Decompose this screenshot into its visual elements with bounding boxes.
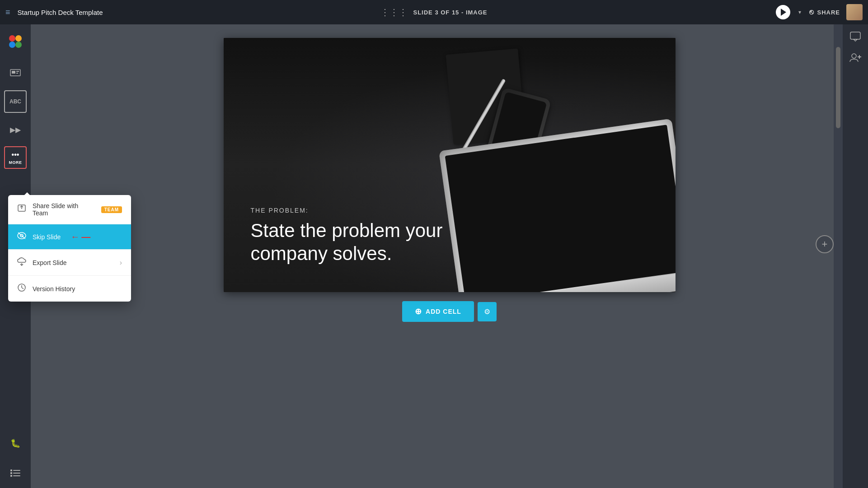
export-chevron-icon: › [120,259,122,267]
sidebar-item-more[interactable]: ••• MORE [4,146,27,169]
svg-marker-36 [854,39,857,41]
red-arrow-dash: — [81,232,90,242]
slide-container: THE PROBLEM: State the problem your comp… [224,38,676,292]
sidebar-item-media[interactable]: ▶▶ [4,118,27,141]
scrollbar-thumb[interactable] [836,47,840,128]
share-slide-icon [17,204,26,215]
svg-point-2 [9,42,15,48]
svg-rect-9 [13,470,20,471]
sidebar-item-text[interactable]: ABC [4,90,27,113]
skip-slide-label: Skip Slide [33,233,61,241]
chat-icon[interactable] [850,32,861,44]
play-dropdown-button[interactable]: ▾ [797,9,803,15]
add-person-icon[interactable] [849,53,861,65]
dropdown-pointer [23,192,32,197]
right-panel [843,24,868,488]
svg-rect-8 [10,469,12,471]
grid-icon[interactable]: ⋮⋮⋮ [380,7,408,18]
add-slide-area: + [816,235,834,253]
dropdown-item-version[interactable]: Version History [8,276,131,302]
dropdown-item-share[interactable]: Share Slide with Team TEAM [8,195,131,224]
dropdown-item-skip[interactable]: Skip Slide ← — [8,224,131,250]
slide-headline: State the problem your company solves. [251,219,477,265]
bug-icon: 🐛 [10,438,20,448]
share-slide-label: Share Slide with Team [33,202,91,217]
add-cell-bar: ⊕ ADD CELL ⚙ [402,301,497,322]
topbar: ≡ Startup Pitch Deck Template ⋮⋮⋮ SLIDE … [0,0,868,24]
more-label: MORE [9,160,22,165]
slide-info: SLIDE 3 OF 15 - IMAGE [413,9,487,16]
svg-rect-35 [850,32,860,39]
add-slide-plus-icon: + [822,238,828,250]
svg-line-48 [22,288,23,289]
svg-rect-10 [10,472,12,474]
svg-rect-13 [13,475,20,476]
skip-icon [17,232,26,242]
red-arrow-left: ← [70,232,80,242]
topbar-center: ⋮⋮⋮ SLIDE 3 OF 15 - IMAGE [380,7,487,18]
avatar-image [846,4,863,20]
scrollbar-area [834,24,843,488]
share-icon: ⎋ [809,8,814,16]
version-history-label: Version History [33,285,75,293]
abc-label: ABC [9,98,21,105]
sidebar-item-slides[interactable] [4,62,27,85]
export-slide-label: Export Slide [33,259,66,266]
dropdown-item-export[interactable]: Export Slide › [8,250,131,276]
list-icon [10,469,20,477]
dropdown-menu: Share Slide with Team TEAM Skip Slide ← … [8,195,131,302]
menu-icon[interactable]: ≡ [5,8,10,17]
play-arrow-icon [781,9,786,16]
settings-icon: ⚙ [484,308,490,316]
add-cell-button[interactable]: ⊕ ADD CELL [402,301,474,322]
add-cell-plus-icon: ⊕ [415,307,422,316]
slide-background: THE PROBLEM: State the problem your comp… [224,38,676,292]
main-content: THE PROBLEM: State the problem your comp… [31,24,868,488]
sidebar-logo[interactable] [4,32,27,54]
sidebar-item-list[interactable] [4,462,27,484]
svg-rect-6 [16,71,19,72]
slides-icon [10,69,21,78]
svg-point-37 [852,54,856,58]
media-icon: ▶▶ [10,125,21,134]
slide-text: THE PROBLEM: State the problem your comp… [251,207,477,265]
slide-subtitle: THE PROBLEM: [251,207,477,214]
add-slide-button[interactable]: + [816,235,834,253]
share-label: SHARE [817,9,840,16]
svg-point-3 [15,42,22,48]
svg-point-1 [15,35,22,42]
version-history-icon [17,283,26,294]
play-button[interactable] [776,5,790,19]
export-icon [17,257,26,268]
svg-rect-12 [10,475,12,477]
svg-point-0 [9,35,15,42]
svg-rect-7 [16,73,18,74]
laptop-screen [445,125,675,292]
sidebar-item-bug[interactable]: 🐛 [4,432,27,455]
red-arrows: ← — [70,232,90,242]
add-cell-label: ADD CELL [426,308,461,315]
add-cell-settings-button[interactable]: ⚙ [478,302,497,321]
share-button[interactable]: ⎋ SHARE [809,8,840,16]
topbar-right: ▾ ⎋ SHARE [776,4,863,20]
svg-rect-11 [13,473,20,474]
more-dots-icon: ••• [12,151,19,159]
team-badge: TEAM [101,206,122,213]
dots-icon [9,35,22,51]
svg-rect-5 [12,71,15,74]
avatar[interactable] [846,4,863,20]
